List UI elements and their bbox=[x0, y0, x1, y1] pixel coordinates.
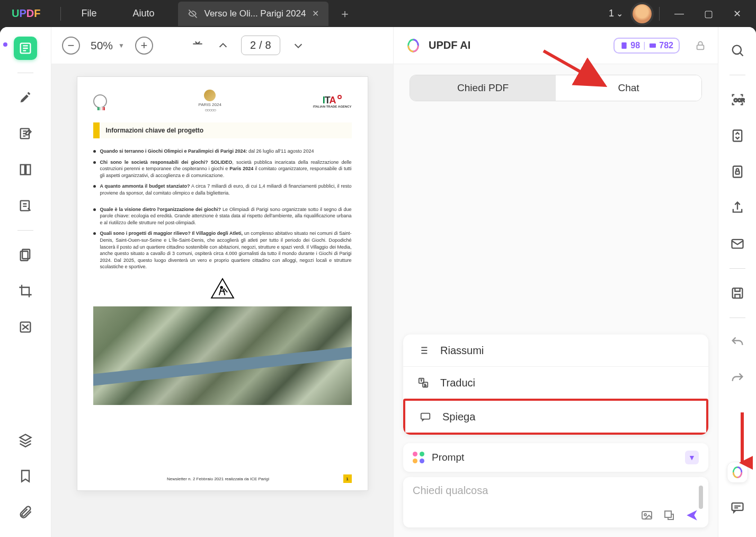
form-tool-button[interactable] bbox=[14, 194, 37, 217]
ai-panel: UPDF AI 98 | 782 Chiedi PD bbox=[394, 27, 718, 537]
separator bbox=[659, 7, 660, 21]
protect-button[interactable] bbox=[726, 160, 749, 183]
prompt-grid-icon bbox=[413, 452, 424, 463]
page-layout-button[interactable] bbox=[14, 158, 37, 181]
app-logo: UPDF bbox=[0, 7, 58, 20]
page-indicator[interactable]: 2 / 8 bbox=[241, 36, 280, 55]
left-sidebar bbox=[0, 27, 51, 537]
minimize-button[interactable]: ― bbox=[667, 8, 691, 19]
document-tab[interactable]: Verso le Oli... Parigi 2024 ✕ bbox=[178, 2, 329, 26]
section-heading: Informazioni chiave del progetto bbox=[93, 122, 352, 138]
edit-text-tool-button[interactable] bbox=[14, 122, 37, 145]
comments-button[interactable] bbox=[726, 496, 749, 519]
translate-icon bbox=[417, 376, 430, 389]
divider bbox=[17, 230, 33, 231]
divider bbox=[730, 318, 745, 318]
updf-ai-logo-icon bbox=[405, 38, 421, 54]
fit-width-button[interactable] bbox=[190, 38, 205, 53]
tab-count-dropdown[interactable]: 1 bbox=[604, 8, 627, 19]
right-sidebar: OCR bbox=[718, 27, 756, 537]
ocr-button[interactable]: OCR bbox=[726, 88, 749, 111]
ai-mode-tabs: Chiedi PDF Chat bbox=[410, 75, 702, 101]
menu-file[interactable]: File bbox=[63, 8, 114, 19]
bookmark-button[interactable] bbox=[14, 464, 37, 488]
chevron-down-icon: ▼ bbox=[685, 451, 699, 464]
bullet-text: A quanto ammonta il budget stanziato? A … bbox=[100, 183, 352, 196]
svg-rect-25 bbox=[732, 288, 742, 298]
search-button[interactable] bbox=[726, 39, 749, 62]
screenshot-button[interactable] bbox=[663, 509, 675, 522]
prompt-selector[interactable]: Prompt ▼ bbox=[403, 443, 708, 472]
close-tab-button[interactable]: ✕ bbox=[312, 8, 319, 19]
page-up-button[interactable] bbox=[216, 38, 230, 53]
svg-point-17 bbox=[644, 514, 646, 516]
bullet-text: Quale è la visione dietro l'organizzazio… bbox=[100, 206, 352, 226]
undo-button[interactable] bbox=[726, 331, 749, 354]
bullet-text: Chi sono le società responsabili dei gio… bbox=[100, 159, 352, 179]
action-translate[interactable]: Traduci bbox=[403, 366, 708, 399]
svg-rect-10 bbox=[650, 43, 656, 48]
redo-button[interactable] bbox=[726, 367, 749, 390]
tab-ask-pdf[interactable]: Chiedi PDF bbox=[410, 75, 556, 101]
construction-sign-icon bbox=[210, 278, 235, 299]
svg-rect-15 bbox=[421, 413, 430, 419]
svg-rect-9 bbox=[622, 42, 627, 49]
eye-off-icon bbox=[188, 8, 198, 19]
zoom-out-button[interactable]: − bbox=[62, 37, 80, 55]
document-toolbar: − 50%▼ + 2 / 8 bbox=[51, 27, 393, 64]
add-tab-button[interactable]: ＋ bbox=[339, 6, 351, 22]
document-canvas[interactable]: PARIS 2024 ○○○○○ ITA ITALIAN TRADE AGENC… bbox=[51, 64, 393, 537]
italy-emblem-logo bbox=[93, 94, 107, 108]
scrollbar[interactable] bbox=[699, 486, 703, 509]
paris-2024-logo: PARIS 2024 ○○○○○ bbox=[198, 90, 221, 113]
ai-actions-card: Riassumi Traduci Spiega bbox=[403, 334, 708, 435]
lock-icon[interactable] bbox=[695, 40, 706, 51]
zoom-level-dropdown[interactable]: 50%▼ bbox=[91, 39, 124, 52]
tab-chat[interactable]: Chat bbox=[556, 75, 701, 101]
convert-button[interactable] bbox=[726, 124, 749, 147]
credits-badges[interactable]: 98 | 782 bbox=[613, 38, 680, 54]
tab-title: Verso le Oli... Parigi 2024 bbox=[204, 8, 306, 19]
zoom-in-button[interactable]: + bbox=[135, 37, 153, 55]
chat-input[interactable] bbox=[413, 485, 699, 497]
svg-point-19 bbox=[732, 46, 741, 54]
footer-text: Newsletter n. 2 Febbraio 2021 realizzata… bbox=[167, 477, 269, 481]
share-button[interactable] bbox=[726, 196, 749, 219]
email-button[interactable] bbox=[726, 232, 749, 256]
bullet-text: Quali sono i progetti di maggior rilievo… bbox=[100, 230, 352, 270]
ai-launch-button[interactable] bbox=[727, 462, 748, 483]
reader-mode-button[interactable] bbox=[14, 37, 37, 60]
page-number: 1 bbox=[343, 474, 352, 483]
action-summarize[interactable]: Riassumi bbox=[403, 334, 708, 366]
svg-text:OCR: OCR bbox=[734, 98, 745, 103]
divider bbox=[730, 268, 745, 269]
close-window-button[interactable]: ✕ bbox=[726, 8, 749, 20]
svg-point-8 bbox=[220, 286, 223, 288]
send-button[interactable] bbox=[685, 508, 699, 522]
highlight-tool-button[interactable] bbox=[14, 86, 37, 109]
attachment-button[interactable] bbox=[14, 500, 37, 524]
bullet-text: Quando si terranno i Giochi Olimpici e P… bbox=[100, 148, 314, 155]
svg-rect-23 bbox=[735, 171, 739, 174]
menu-help[interactable]: Aiuto bbox=[114, 8, 172, 19]
layers-button[interactable] bbox=[14, 428, 37, 452]
maximize-button[interactable]: ▢ bbox=[697, 8, 721, 20]
svg-rect-18 bbox=[665, 511, 671, 517]
action-explain[interactable]: Spiega bbox=[403, 399, 708, 435]
ita-logo: ITA ITALIAN TRADE AGENCY bbox=[313, 95, 352, 108]
svg-rect-2 bbox=[21, 165, 25, 175]
chat-bubble-icon bbox=[419, 410, 432, 423]
pages-panel-button[interactable] bbox=[14, 243, 37, 267]
credits-badge: 782 bbox=[648, 41, 673, 50]
crop-tool-button[interactable] bbox=[14, 279, 37, 303]
image-attach-button[interactable] bbox=[641, 509, 653, 522]
redact-tool-button[interactable] bbox=[14, 315, 37, 339]
save-button[interactable] bbox=[726, 281, 749, 305]
divider bbox=[730, 75, 745, 75]
svg-rect-3 bbox=[26, 165, 30, 175]
notification-dot bbox=[3, 42, 7, 47]
list-icon bbox=[417, 344, 430, 357]
separator bbox=[60, 7, 61, 21]
page-down-button[interactable] bbox=[291, 38, 306, 53]
avatar[interactable] bbox=[633, 4, 652, 23]
